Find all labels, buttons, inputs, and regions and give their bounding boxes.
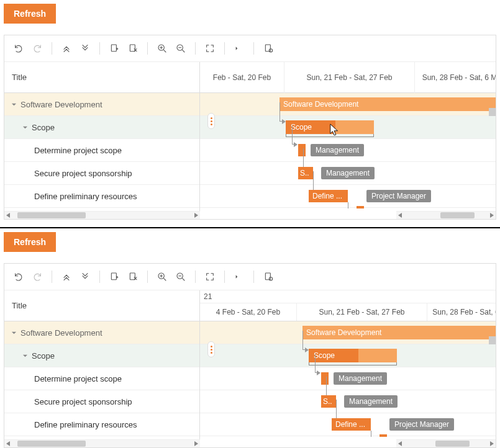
resource-label: Management — [311, 144, 364, 156]
grid-header-title[interactable]: Title — [4, 290, 199, 321]
settings-icon[interactable] — [260, 269, 276, 285]
caret-down-icon[interactable] — [22, 124, 28, 130]
timeline-hscroll[interactable] — [396, 211, 496, 219]
bar-label: Software Development — [283, 100, 358, 109]
gantt-timeline[interactable]: Feb - Sat, 20 Feb Sun, 21 Feb - Sat, 27 … — [200, 62, 496, 219]
grid-hscroll[interactable] — [4, 439, 200, 447]
svg-rect-7 — [130, 273, 135, 280]
bar-label: Scope — [314, 351, 335, 360]
year-label: 21 — [200, 290, 496, 303]
resource-label: Project Manager — [366, 190, 431, 202]
svg-point-5 — [269, 49, 272, 52]
date-period: 4 Feb - Sat, 20 Feb — [200, 303, 296, 321]
summary-bar[interactable]: Software Development — [302, 326, 496, 339]
caret-down-icon[interactable] — [22, 352, 28, 359]
vscroll-thumb[interactable] — [489, 336, 496, 344]
svg-rect-0 — [111, 45, 116, 52]
gantt-toolbar — [4, 35, 496, 62]
delete-icon[interactable] — [125, 269, 141, 285]
fullscreen-icon[interactable] — [202, 269, 218, 285]
gantt-panel-top: Refresh Title — [0, 0, 500, 220]
fullscreen-icon[interactable] — [202, 40, 218, 56]
summary-bar[interactable]: Software Development — [280, 97, 496, 111]
bar-label: Define ... — [312, 192, 342, 200]
task-bar[interactable] — [321, 372, 329, 385]
collapse-all-icon[interactable] — [58, 40, 75, 56]
task-label: Software Development — [20, 328, 102, 338]
refresh-button[interactable]: Refresh — [4, 4, 56, 24]
timeline-row: Management — [200, 367, 496, 390]
task-label: Determine project scope — [34, 146, 122, 155]
timeline-hscroll[interactable] — [396, 439, 496, 447]
caret-down-icon[interactable] — [11, 101, 17, 107]
expand-all-icon[interactable] — [77, 40, 93, 56]
task-label: Define preliminary resources — [34, 192, 137, 201]
gantt-toolbar — [4, 264, 496, 290]
task-row[interactable]: Define preliminary resources — [4, 413, 199, 436]
zoom-out-icon[interactable] — [173, 269, 189, 285]
splitter-handle[interactable] — [207, 113, 215, 129]
task-label: Scope — [32, 123, 55, 132]
timeline-row: Software Development — [200, 321, 496, 344]
task-row-summary[interactable]: Software Development — [4, 93, 199, 116]
date-period: Feb - Sat, 20 Feb — [200, 62, 284, 93]
undo-icon[interactable] — [11, 40, 27, 56]
task-row-summary[interactable]: Software Development — [4, 321, 199, 344]
bar-label: S.. — [323, 397, 332, 406]
splitter-handle[interactable] — [207, 341, 215, 357]
timeline-row: S.. Management — [200, 162, 496, 185]
gantt-panel-bottom: Refresh Title — [0, 228, 500, 448]
gantt-timeline[interactable]: 21 4 Feb - Sat, 20 Feb Sun, 21 Feb - Sat… — [200, 290, 496, 447]
task-row-group[interactable]: Scope — [4, 116, 199, 139]
settings-icon[interactable] — [260, 40, 276, 56]
indent-icon[interactable] — [231, 269, 247, 285]
task-row[interactable]: Define preliminary resources — [4, 185, 199, 208]
add-icon[interactable] — [106, 269, 122, 285]
refresh-button[interactable]: Refresh — [4, 232, 56, 252]
task-label: Software Development — [20, 100, 102, 109]
task-bar[interactable] — [298, 144, 306, 156]
resource-label: Project Manager — [389, 418, 454, 431]
bar-label: Software Development — [306, 328, 381, 337]
task-bar[interactable]: Define ... — [332, 418, 371, 431]
timeline-row: S.. Management — [200, 390, 496, 413]
task-bar[interactable]: Define ... — [309, 190, 348, 202]
task-row[interactable]: Secure project sponsorship — [4, 162, 199, 185]
resource-label: Management — [344, 395, 398, 408]
task-row[interactable]: Secure project sponsorship — [4, 390, 199, 413]
grid-header-title[interactable]: Title — [4, 62, 199, 93]
resource-label: Management — [321, 167, 375, 179]
collapse-all-icon[interactable] — [58, 269, 75, 285]
bar-label: Scope — [291, 123, 312, 132]
indent-icon[interactable] — [231, 40, 247, 56]
redo-icon[interactable] — [29, 269, 45, 285]
zoom-out-icon[interactable] — [173, 40, 189, 56]
group-bar[interactable]: Scope — [309, 349, 397, 362]
task-row-group[interactable]: Scope — [4, 344, 199, 367]
zoom-in-icon[interactable] — [154, 40, 170, 56]
zoom-in-icon[interactable] — [154, 269, 170, 285]
timeline-row: Define ... Project Manager — [200, 413, 496, 436]
task-label: Scope — [32, 351, 55, 361]
svg-rect-1 — [130, 45, 135, 52]
task-bar[interactable]: S.. — [298, 167, 313, 179]
svg-rect-4 — [265, 45, 270, 52]
task-row[interactable]: Determine project scope — [4, 367, 199, 390]
svg-rect-6 — [111, 273, 116, 280]
gantt-container: Title Software Development Scope Determi… — [4, 35, 496, 220]
add-icon[interactable] — [106, 40, 122, 56]
expand-all-icon[interactable] — [77, 269, 93, 285]
caret-down-icon[interactable] — [11, 329, 17, 336]
undo-icon[interactable] — [11, 269, 27, 285]
grid-hscroll[interactable] — [4, 211, 200, 219]
redo-icon[interactable] — [29, 40, 45, 56]
date-period: Sun, 28 Feb - Sat, 6 — [427, 303, 496, 321]
delete-icon[interactable] — [125, 40, 141, 56]
task-row[interactable]: Determine project scope — [4, 139, 199, 162]
task-grid: Title Software Development Scope Determi… — [4, 62, 200, 219]
task-grid: Title Software Development Scope Determi… — [4, 290, 200, 447]
timeline-header: Feb - Sat, 20 Feb Sun, 21 Feb - Sat, 27 … — [200, 62, 496, 93]
task-bar[interactable]: S.. — [321, 395, 336, 408]
vscroll-thumb[interactable] — [489, 108, 496, 116]
group-bar[interactable]: Scope — [286, 120, 374, 134]
